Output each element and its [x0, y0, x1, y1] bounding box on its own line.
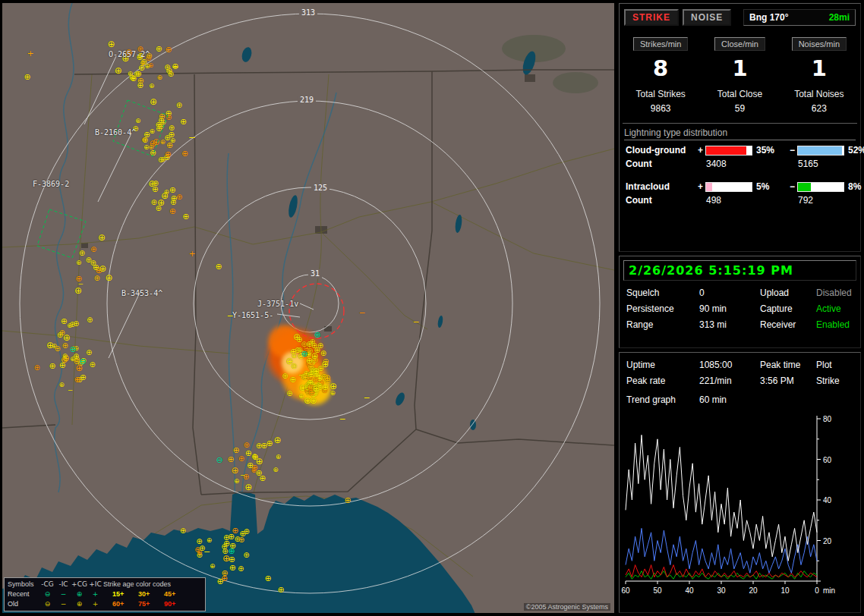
peak-time-label: Peak time	[760, 360, 816, 370]
plus-sign: +	[695, 181, 705, 192]
rates-section: Strikes/min 8 Total Strikes 9863 Close/m…	[620, 29, 860, 115]
cg-positive-bar	[705, 146, 752, 156]
capture-label: Capture	[760, 303, 816, 314]
range-value: 313 mi	[699, 319, 760, 330]
ic-positive-bar	[705, 182, 752, 192]
ring-label-125: 125	[311, 184, 330, 193]
legend-col-pos-cg: +CG	[71, 580, 87, 589]
noises-per-min-value: 1	[780, 55, 859, 81]
total-close-value: 59	[700, 103, 779, 114]
uptime-label: Uptime	[626, 360, 699, 370]
cg-positive-bar-fill	[706, 146, 746, 155]
neg-ic-icon: −	[55, 589, 71, 599]
ic-negative-bar	[797, 182, 844, 192]
mode-toolbar: STRIKE NOISE Bng 170° 28mi	[620, 4, 860, 29]
status-grid: Squelch 0 Upload Disabled Persistence 90…	[620, 284, 860, 334]
upload-label: Upload	[760, 288, 816, 298]
svg-text:60: 60	[621, 586, 630, 595]
svg-text:min: min	[823, 586, 835, 595]
urban-area	[525, 74, 535, 82]
lightning-map[interactable]: ⊕⊕⊕⊕⊕⊕⊕⊕⊕⊕⊕⊕⊕⊕⊕⊕⊕⊕⊕⊕⊕⊕⊕⊕⊕⊕⊕−⊕⊕⊕⊕⊕⊕⊕⊕⊕⊕⊕⊕…	[2, 3, 614, 613]
legend-col-neg-ic: -IC	[55, 580, 71, 589]
strike-mode-button[interactable]: STRIKE	[624, 9, 679, 26]
cg-negative-pct: 52%	[844, 145, 864, 156]
sidebar: STRIKE NOISE Bng 170° 28mi Strikes/min 8…	[619, 3, 861, 613]
svg-text:40: 40	[685, 586, 694, 595]
performance-grid: Uptime 1085:00 Peak time Plot Peak rate …	[620, 353, 860, 390]
neg-cg-icon: ⊖	[39, 589, 55, 599]
receiver-label: Receiver	[760, 319, 816, 330]
ring-label-31: 31	[308, 269, 322, 278]
upload-value: Disabled	[816, 288, 853, 298]
bearing-display: Bng 170° 28mi	[743, 9, 856, 26]
noise-mode-button[interactable]: NOISE	[683, 9, 731, 26]
bearing-distance: 28mi	[829, 12, 850, 23]
svg-text:0: 0	[815, 586, 819, 595]
divider	[623, 123, 857, 124]
age-code-30: 30+	[138, 589, 164, 599]
svg-text:20: 20	[749, 586, 758, 595]
datetime-display: 2/26/2026 5:15:19 PM	[623, 260, 856, 281]
svg-text:10: 10	[780, 586, 790, 595]
total-noises-label: Total Noises	[780, 89, 859, 99]
status-panel: 2/26/2026 5:15:19 PM Squelch 0 Upload Di…	[619, 256, 861, 348]
total-strikes-label: Total Strikes	[621, 89, 700, 99]
noises-per-min-label: Noises/min	[792, 37, 847, 51]
svg-text:60: 60	[823, 456, 832, 464]
intracloud-label: Intracloud	[626, 181, 695, 192]
close-per-min-value: 1	[700, 55, 779, 81]
strikes-per-min-label: Strikes/min	[633, 37, 688, 51]
neg-cg-icon: ⊖	[39, 599, 55, 608]
trend-graph: 204060806050403020100min	[621, 410, 859, 601]
persistence-value: 90 min	[699, 303, 760, 314]
ic-positive-bar-fill	[706, 183, 712, 191]
range-label: Range	[626, 319, 699, 330]
ring-label-219: 219	[298, 96, 316, 105]
close-per-min-column: Close/min 1 Total Close 59	[700, 36, 779, 114]
plot-value: Strike	[816, 376, 853, 386]
legend-age-header: Strike age color codes	[103, 580, 190, 589]
squelch-value: 0	[699, 288, 760, 298]
distribution-header: Lightning type distribution	[624, 127, 856, 140]
plus-sign: +	[695, 145, 705, 156]
uptime-value: 1085:00	[699, 360, 760, 370]
cg-negative-count: 5165	[797, 159, 844, 169]
urban-area	[324, 326, 332, 332]
persistence-label: Persistence	[626, 303, 699, 314]
legend-row-old-label: Old	[8, 599, 39, 608]
close-per-min-label: Close/min	[714, 37, 765, 51]
age-code-90: 90+	[164, 599, 190, 608]
nexstorm-app: ⊕⊕⊕⊕⊕⊕⊕⊕⊕⊕⊕⊕⊕⊕⊕⊕⊕⊕⊕⊕⊕⊕⊕⊕⊕⊕⊕−⊕⊕⊕⊕⊕⊕⊕⊕⊕⊕⊕⊕…	[0, 0, 864, 616]
distribution-grid: Cloud-ground + 35% − 52% Count 3408 5165…	[620, 143, 860, 207]
ring-label-313: 313	[299, 8, 317, 17]
svg-text:20: 20	[823, 537, 832, 545]
legend-col-neg-cg: -CG	[39, 580, 55, 589]
trend-graph-window: 60 min	[699, 394, 853, 405]
cloud-ground-label: Cloud-ground	[626, 145, 695, 156]
cg-positive-pct: 35%	[752, 145, 787, 156]
forest-patch	[553, 72, 598, 93]
plot-label: Plot	[816, 360, 853, 370]
squelch-label: Squelch	[626, 288, 699, 298]
cg-count-label: Count	[626, 159, 695, 169]
receiver-value: Enabled	[816, 319, 853, 330]
map-base-layer	[2, 3, 614, 613]
age-code-15: 15+	[112, 589, 138, 599]
peak-rate-value: 221/min	[699, 376, 760, 386]
noises-per-min-column: Noises/min 1 Total Noises 623	[780, 36, 859, 114]
lakes	[241, 46, 538, 430]
total-close-label: Total Close	[700, 89, 779, 99]
legend-symbols-header: Symbols	[8, 580, 39, 589]
cg-negative-bar	[797, 146, 844, 156]
statistics-panel: STRIKE NOISE Bng 170° 28mi Strikes/min 8…	[619, 3, 861, 252]
svg-text:80: 80	[823, 415, 832, 423]
svg-text:30: 30	[717, 586, 726, 595]
state-borders	[2, 70, 614, 495]
cg-positive-count: 3408	[705, 159, 752, 169]
minus-sign: −	[787, 181, 797, 192]
cg-negative-bar-fill	[798, 146, 842, 155]
capture-value: Active	[816, 303, 853, 314]
peak-time-value: 3:56 PM	[760, 376, 816, 386]
svg-text:40: 40	[823, 496, 832, 504]
peak-rate-label: Peak rate	[626, 376, 699, 386]
